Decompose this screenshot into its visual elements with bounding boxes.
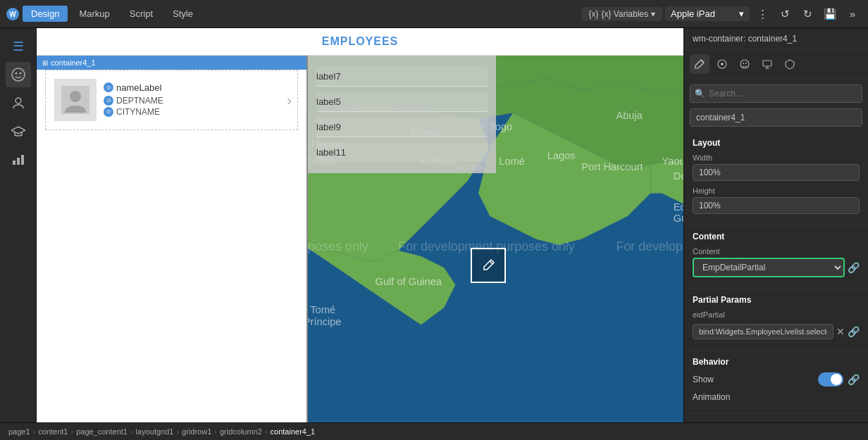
svg-line-39 bbox=[490, 261, 492, 264]
content-select[interactable]: EmpDetailPartial bbox=[693, 258, 845, 277]
city-label-row: ⊙ CITYNAME bbox=[104, 107, 289, 117]
breadcrumb-sep-3: › bbox=[130, 427, 133, 436]
breadcrumb-sep-1: › bbox=[33, 427, 36, 436]
svg-point-45 bbox=[745, 63, 747, 64]
props-tool-magic[interactable] bbox=[712, 54, 732, 74]
dept-label-text: DEPTNAME bbox=[116, 96, 163, 106]
container-tab-text: container4_1 bbox=[51, 58, 96, 67]
save-button[interactable]: 💾 bbox=[820, 4, 840, 24]
breadcrumb-container4-1[interactable]: container4_1 bbox=[271, 427, 316, 436]
properties-panel: wm-container: container4_1 🔍 bbox=[683, 28, 868, 422]
undo-button[interactable]: ↺ bbox=[775, 4, 795, 24]
search-icon: 🔍 bbox=[695, 89, 705, 99]
height-input[interactable] bbox=[693, 197, 860, 214]
city-label-text: CITYNAME bbox=[116, 107, 160, 117]
svg-text:W: W bbox=[9, 11, 16, 18]
width-input[interactable] bbox=[693, 164, 860, 181]
partial-params-section: Partial Params eidPartial ✕ 🔗 bbox=[684, 289, 868, 351]
svg-rect-46 bbox=[763, 61, 771, 66]
breadcrumb-content1[interactable]: content1 bbox=[38, 427, 68, 436]
nav-person-button[interactable] bbox=[6, 90, 31, 115]
undo-icon: ↺ bbox=[781, 8, 790, 20]
search-box: 🔍 bbox=[690, 84, 862, 103]
tab-design[interactable]: Design bbox=[23, 6, 68, 22]
list-item-info: ⊙ nameLabel ⊙ DEPTNAME ⊙ CITYNAME bbox=[104, 82, 289, 118]
svg-point-44 bbox=[743, 63, 744, 64]
show-link-icon[interactable]: 🔗 bbox=[848, 374, 860, 385]
more-options-button[interactable]: ⋮ bbox=[752, 4, 772, 24]
id-input-container bbox=[690, 108, 862, 127]
container-tab-label: ⊞ container4_1 bbox=[37, 56, 306, 70]
redo-button[interactable]: ↻ bbox=[798, 4, 817, 24]
svg-text:São Tomé: São Tomé bbox=[308, 304, 335, 315]
svg-text:Guinea: Guinea bbox=[674, 213, 683, 224]
eid-param-row: eidPartial ✕ 🔗 bbox=[693, 310, 860, 339]
variables-label: {x} Variables bbox=[602, 9, 649, 19]
nav-smiley-button[interactable] bbox=[6, 62, 31, 87]
canvas-header: EMPLOYEES bbox=[37, 28, 683, 56]
breadcrumb-gridcolumn2[interactable]: gridcolumn2 bbox=[220, 427, 262, 436]
svg-text:Equatorial: Equatorial bbox=[674, 201, 683, 213]
nav-chart-button[interactable] bbox=[6, 146, 31, 172]
wm-logo-icon: W bbox=[6, 7, 20, 21]
nav-graduation-button[interactable] bbox=[6, 118, 31, 144]
list-item-chevron-icon[interactable]: › bbox=[287, 92, 292, 108]
breadcrumb-gridrow1[interactable]: gridrow1 bbox=[182, 427, 211, 436]
container-tab-icon: ⊞ bbox=[42, 59, 48, 67]
content-select-row: EmpDetailPartial 🔗 bbox=[693, 258, 860, 277]
svg-marker-6 bbox=[11, 127, 25, 134]
svg-point-5 bbox=[16, 98, 21, 103]
breadcrumb-page-content1[interactable]: page_content1 bbox=[76, 427, 128, 436]
redo-icon: ↻ bbox=[803, 8, 812, 20]
height-label: Height bbox=[693, 187, 860, 195]
param-link-icon[interactable]: 🔗 bbox=[848, 326, 860, 337]
breadcrumb-layoutgrid1[interactable]: layoutgrid1 bbox=[136, 427, 174, 436]
nav-hamburger-button[interactable]: ☰ bbox=[6, 34, 31, 59]
name-label-row: ⊙ nameLabel bbox=[104, 82, 289, 93]
device-chevron-icon: ▾ bbox=[739, 8, 744, 19]
list-item-card[interactable]: ⊙ nameLabel ⊙ DEPTNAME ⊙ CITYNAME › bbox=[45, 70, 298, 130]
more-dots-icon: ⋮ bbox=[757, 8, 768, 20]
tab-markup[interactable]: Markup bbox=[70, 6, 118, 22]
content-label: Content bbox=[693, 247, 860, 256]
toggle-knob bbox=[831, 374, 842, 385]
expand-button[interactable]: » bbox=[843, 4, 862, 24]
content-link-icon[interactable]: 🔗 bbox=[848, 262, 860, 273]
behavior-section-title: Behavior bbox=[693, 357, 860, 367]
top-bar: W Design Markup Script Style {x} {x} Var… bbox=[0, 0, 868, 28]
device-selector[interactable]: Apple iPad ▾ bbox=[665, 6, 750, 21]
breadcrumb-sep-5: › bbox=[214, 427, 217, 436]
breadcrumb-sep-2: › bbox=[70, 427, 73, 436]
svg-text:Abuja: Abuja bbox=[616, 110, 643, 121]
variables-button[interactable]: {x} {x} Variables ▾ bbox=[581, 7, 662, 21]
breadcrumb-page1[interactable]: page1 bbox=[8, 427, 30, 436]
name-label-text: nameLabel bbox=[116, 82, 161, 93]
left-canvas-panel: ⊞ container4_1 ⊙ nameLabel ⊙ DE bbox=[37, 56, 308, 422]
canvas-area: EMPLOYEES ⊞ container4_1 ⊙ nameLabel bbox=[37, 28, 683, 422]
behavior-section: Behavior Show 🔗 Animation bbox=[684, 351, 868, 414]
svg-text:Port Harcourt: Port Harcourt bbox=[582, 161, 643, 172]
props-tool-paint[interactable] bbox=[690, 54, 709, 74]
breadcrumb-sep-6: › bbox=[265, 427, 268, 436]
param-clear-icon[interactable]: ✕ bbox=[836, 326, 845, 337]
tab-style[interactable]: Style bbox=[164, 6, 202, 22]
eid-param-label: eidPartial bbox=[693, 310, 860, 319]
eid-param-input[interactable] bbox=[693, 324, 833, 339]
breadcrumb-sep-4: › bbox=[176, 427, 179, 436]
variables-icon: {x} bbox=[588, 9, 598, 19]
edit-button[interactable] bbox=[471, 248, 506, 283]
props-tool-monitor[interactable] bbox=[757, 54, 777, 74]
svg-text:For development purposes only: For development purposes only bbox=[308, 239, 368, 253]
props-tool-face[interactable] bbox=[735, 54, 755, 74]
animation-row: Animation bbox=[693, 392, 860, 402]
props-tool-shield[interactable] bbox=[780, 54, 800, 74]
svg-rect-8 bbox=[17, 158, 20, 165]
svg-text:and Príncipe: and Príncipe bbox=[308, 316, 342, 327]
content-section-title: Content bbox=[693, 232, 860, 241]
breadcrumb: page1 › content1 › page_content1 › layou… bbox=[0, 422, 868, 440]
tab-script[interactable]: Script bbox=[121, 6, 161, 22]
id-field[interactable] bbox=[690, 108, 862, 127]
show-toggle[interactable] bbox=[818, 372, 843, 386]
svg-point-4 bbox=[19, 73, 21, 75]
search-input[interactable] bbox=[690, 84, 862, 103]
